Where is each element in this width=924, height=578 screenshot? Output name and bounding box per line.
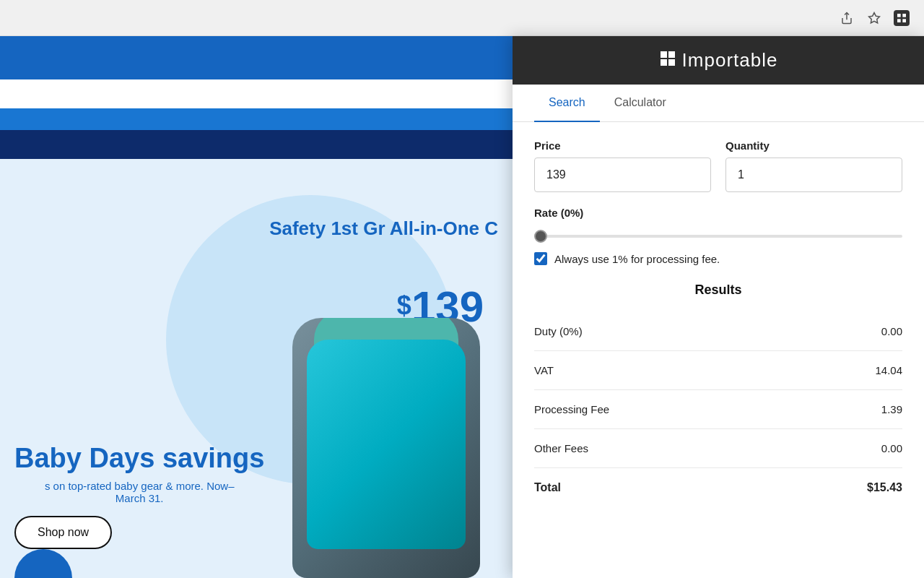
svg-rect-9 — [668, 59, 675, 66]
hero-product-name: Safety 1st Gr All-in-One C — [269, 217, 498, 241]
svg-rect-4 — [897, 19, 901, 22]
shop-now-button[interactable]: Shop now — [14, 516, 112, 549]
baby-days-subtitle: s on top-rated baby gear & more. Now–Mar… — [14, 480, 264, 504]
other-fees-value: 0.00 — [881, 442, 902, 454]
price-input[interactable] — [534, 158, 711, 192]
popup-tabs: Search Calculator — [513, 85, 924, 122]
quantity-field-group: Quantity — [725, 139, 902, 192]
tab-calculator[interactable]: Calculator — [600, 85, 681, 122]
popup-logo-text: Importable — [682, 49, 778, 72]
svg-rect-7 — [668, 51, 675, 58]
total-row: Total $15.43 — [534, 468, 902, 507]
website-background: Safety 1st Gr All-in-One C $139 Baby Day… — [0, 36, 513, 578]
svg-rect-3 — [902, 14, 906, 17]
svg-rect-6 — [661, 51, 667, 58]
results-title: Results — [534, 282, 902, 298]
nav-bar-white — [0, 79, 513, 108]
tab-search[interactable]: Search — [534, 85, 600, 122]
quantity-input[interactable] — [725, 158, 902, 192]
svg-rect-2 — [897, 14, 901, 17]
results-section: Results Duty (0%) 0.00 VAT 14.04 Process… — [534, 282, 902, 507]
svg-marker-1 — [869, 12, 880, 22]
svg-rect-5 — [902, 19, 906, 22]
processing-fee-row: Processing Fee 1.39 — [534, 390, 902, 429]
price-quantity-row: Price Quantity — [534, 139, 902, 192]
popup-header: Importable — [513, 36, 924, 85]
rate-slider-container — [534, 228, 902, 241]
car-seat-image — [260, 289, 513, 578]
processing-fee-checkbox-row: Always use 1% for processing fee. — [534, 252, 902, 265]
nav-bar-top — [0, 36, 513, 79]
other-fees-row: Other Fees 0.00 — [534, 429, 902, 468]
total-value: $15.43 — [867, 481, 902, 494]
share-icon[interactable] — [839, 10, 855, 26]
total-label: Total — [534, 481, 561, 494]
nav-bar-dark — [0, 130, 513, 159]
bookmark-icon[interactable] — [866, 10, 882, 26]
decorative-circle — [14, 549, 72, 578]
baby-days-title: Baby Days savings — [14, 443, 264, 474]
rate-label: Rate (0%) — [534, 207, 902, 219]
baby-days-section: Baby Days savings s on top-rated baby ge… — [14, 443, 264, 549]
nav-bar-blue — [0, 108, 513, 130]
popup-logo-icon — [659, 50, 676, 72]
processing-fee-result-value: 1.39 — [881, 403, 902, 415]
other-fees-label: Other Fees — [534, 442, 588, 454]
processing-fee-label: Always use 1% for processing fee. — [554, 253, 720, 265]
price-field-group: Price — [534, 139, 711, 192]
browser-chrome — [0, 0, 924, 36]
vat-label: VAT — [534, 364, 554, 376]
extension-icon[interactable] — [894, 10, 910, 26]
price-label: Price — [534, 139, 711, 152]
processing-fee-result-label: Processing Fee — [534, 403, 609, 415]
rate-slider[interactable] — [534, 235, 902, 238]
duty-row: Duty (0%) 0.00 — [534, 312, 902, 351]
duty-value: 0.00 — [881, 325, 902, 337]
extension-popup: Importable Search Calculator Price Quant… — [513, 36, 924, 578]
quantity-label: Quantity — [725, 139, 902, 152]
svg-rect-8 — [661, 59, 667, 66]
vat-value: 14.04 — [875, 364, 902, 376]
hero-section: Safety 1st Gr All-in-One C $139 Baby Day… — [0, 159, 513, 578]
popup-content: Price Quantity Rate (0%) Always use 1% f… — [513, 122, 924, 578]
vat-row: VAT 14.04 — [534, 351, 902, 390]
processing-fee-checkbox[interactable] — [534, 252, 547, 265]
duty-label: Duty (0%) — [534, 325, 583, 337]
